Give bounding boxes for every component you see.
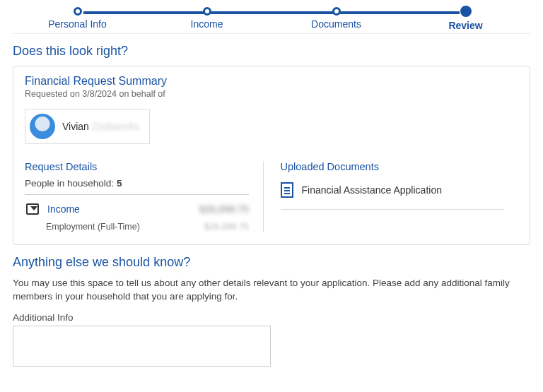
documents-title: Uploaded Documents <box>281 161 505 172</box>
person-last-name: Zzzbancks <box>92 121 139 132</box>
divider <box>25 194 249 195</box>
income-sub-row: Employment (Full-Time) $26,098.75 <box>46 222 249 232</box>
income-sub-amount: $26,098.75 <box>204 222 249 232</box>
step-dot-icon <box>203 7 211 16</box>
step-label: Income <box>191 18 223 30</box>
request-details-column: Request Details People in household: 5 I… <box>25 161 264 232</box>
household-label: People in household: <box>25 178 114 189</box>
income-icon <box>25 202 40 216</box>
household-count: 5 <box>117 178 122 189</box>
request-details-title: Request Details <box>25 161 249 172</box>
step-label: Review <box>448 20 482 31</box>
additional-info-label: Additional Info <box>13 312 530 323</box>
income-amount: $26,098.75 <box>199 203 248 215</box>
income-label: Income <box>47 203 80 215</box>
household-row: People in household: 5 <box>25 178 249 189</box>
document-item[interactable]: Financial Assistance Application <box>281 178 505 210</box>
progress-bar: Personal Info Income Documents Review <box>13 0 530 34</box>
additional-info-textarea[interactable] <box>13 326 271 367</box>
step-income[interactable]: Income <box>142 0 272 31</box>
step-dot-icon <box>332 7 341 16</box>
documents-column: Uploaded Documents Financial Assistance … <box>264 161 519 232</box>
person-name: Vivian Zzzbancks <box>62 121 139 132</box>
step-label: Personal Info <box>48 18 107 30</box>
review-title: Does this look right? <box>13 44 530 59</box>
income-sub-label: Employment (Full-Time) <box>46 222 140 232</box>
document-name: Financial Assistance Application <box>302 184 442 196</box>
anything-else-title: Anything else we should know? <box>13 255 530 270</box>
step-dot-icon <box>460 6 472 17</box>
person-first-name: Vivian <box>62 121 89 132</box>
document-icon <box>281 182 293 198</box>
anything-else-help: You may use this space to tell us about … <box>13 277 530 304</box>
step-review[interactable]: Review <box>401 0 530 31</box>
step-dot-icon <box>74 7 82 16</box>
step-personal-info[interactable]: Personal Info <box>13 0 142 31</box>
summary-subtitle: Requested on 3/8/2024 on behalf of <box>25 89 518 99</box>
step-documents[interactable]: Documents <box>272 0 401 31</box>
summary-title: Financial Request Summary <box>25 75 518 88</box>
step-label: Documents <box>311 18 361 30</box>
person-chip[interactable]: Vivian Zzzbancks <box>25 109 150 144</box>
summary-card: Financial Request Summary Requested on 3… <box>13 66 530 245</box>
avatar-icon <box>30 114 55 139</box>
income-row: Income $26,098.75 <box>25 202 249 216</box>
